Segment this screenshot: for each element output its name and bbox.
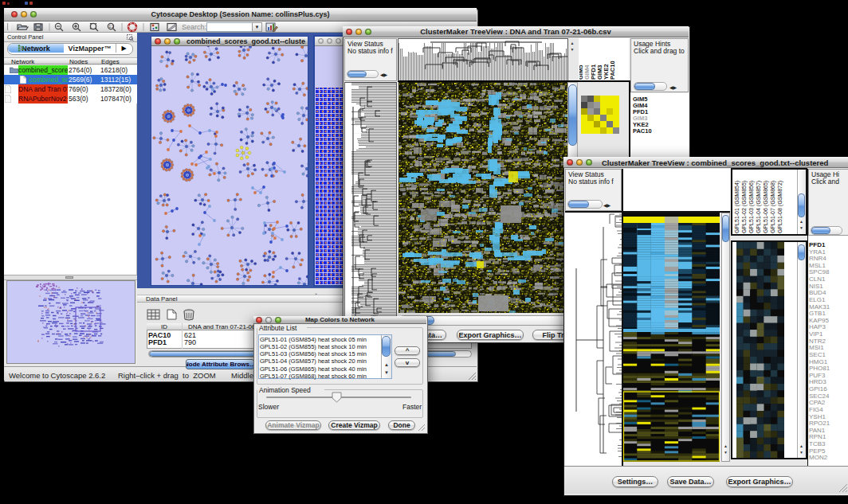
svg-text:GPL51-02 (GSM855): GPL51-02 (GSM855) — [741, 181, 748, 233]
svg-text:GPL51-01 (GSM854): GPL51-01 (GSM854) — [734, 181, 740, 233]
svg-text:GPL51-03 (GSM856): GPL51-03 (GSM856) — [748, 181, 755, 233]
svg-text:GPL51-07 (GSM868): GPL51-07 (GSM868) — [770, 181, 776, 233]
svg-text:GPL51-04 (GSM857): GPL51-04 (GSM857) — [756, 181, 762, 233]
svg-text:GPL51-06 (GSM865): GPL51-06 (GSM865) — [763, 181, 769, 233]
svg-text:PAC10: PAC10 — [609, 61, 616, 80]
svg-text:1:1: 1:1 — [109, 25, 115, 29]
svg-text:GPL51-08 (GSM872): GPL51-08 (GSM872) — [777, 181, 783, 233]
